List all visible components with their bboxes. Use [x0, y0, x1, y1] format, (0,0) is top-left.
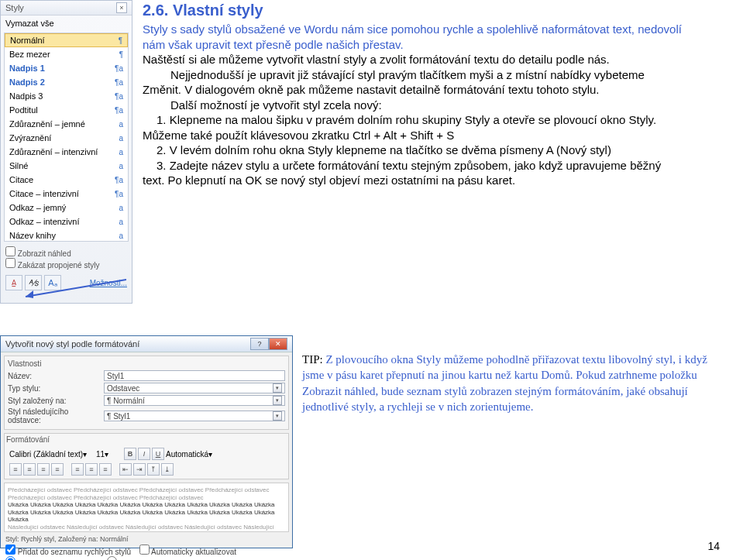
based-on-select[interactable]: ¶ Normální▾ [104, 395, 285, 406]
char-icon: a [119, 120, 123, 129]
page-number: 14 [707, 540, 720, 552]
type-select[interactable]: Odstavec▾ [104, 383, 285, 393]
options-link[interactable]: Možnosti... [90, 279, 127, 287]
style-item[interactable]: Normální¶ [5, 33, 128, 47]
align-justify-button[interactable]: ≡ [51, 463, 64, 476]
type-label: Typ stylu: [8, 384, 101, 393]
indent-decrease-button[interactable]: ⇤ [119, 463, 132, 476]
line-spacing-2-button[interactable]: ≡ [85, 463, 98, 476]
input-value: Styl1 [107, 372, 124, 380]
style-item[interactable]: Nadpis 3¶a [5, 89, 128, 103]
checkbox-label: Zakázat propojené styly [18, 261, 100, 270]
preview-next-text: Následující odstavec Následující odstave… [8, 524, 285, 532]
paragraph-icon: ¶a [115, 176, 123, 184]
style-item[interactable]: Podtitul¶a [5, 103, 128, 117]
inspector-icon: ⅍ [29, 278, 39, 288]
add-quick-checkbox[interactable]: Přidat do seznamu rychlých stylů [5, 545, 131, 556]
preview-pane: Předcházející odstavec Předcházející ods… [4, 483, 289, 532]
step: 1. Klepneme na malou šipku v pravém doln… [143, 112, 685, 143]
style-item[interactable]: Nadpis 2¶a [5, 75, 128, 89]
style-item[interactable]: Zdůraznění – intenzivnía [5, 145, 128, 159]
show-preview-checkbox[interactable]: Zobrazit náhled [5, 246, 127, 258]
char-icon: a [119, 148, 123, 156]
tip-paragraph: TIP: Z plovoucího okna Styly můžeme poho… [302, 352, 709, 414]
paragraph: Nejjednodušší je upravit již stávající s… [143, 67, 685, 98]
next-style-select[interactable]: ¶ Styl1▾ [104, 411, 285, 421]
paragraph: Další možností je vytvořit styl zcela no… [143, 98, 685, 113]
help-button[interactable]: ? [250, 338, 269, 350]
checkbox-label: Zobrazit náhled [18, 249, 71, 258]
doc-only-radio[interactable]: Jen v tomto dokumentu [5, 556, 98, 560]
style-item[interactable]: Název knihya [5, 228, 128, 242]
char-icon: a [119, 204, 123, 212]
select-value: Automatická [166, 450, 208, 459]
style-item[interactable]: Zdůraznění – jemnéa [5, 117, 128, 131]
align-right-button[interactable]: ≡ [37, 463, 50, 476]
font-size-select[interactable]: 11▾ [96, 450, 122, 459]
new-style-button[interactable]: A̲ [5, 275, 22, 290]
paragraph-icon: ¶a [115, 92, 123, 101]
disable-linked-checkbox[interactable]: Zakázat propojené styly [5, 258, 127, 270]
font-name-select[interactable]: Calibri (Základní text)▾ [9, 450, 95, 459]
style-label: Nadpis 2 [9, 77, 45, 87]
tip-lead: TIP: [302, 353, 323, 366]
name-label: Název: [8, 372, 101, 380]
italic-button[interactable]: I [138, 448, 150, 460]
styles-pane-checkboxes: Zobrazit náhled Zakázat propojené styly [1, 243, 132, 273]
checkbox-label: Automaticky aktualizovat [151, 548, 236, 556]
char-icon: a [119, 134, 123, 143]
space-after-button[interactable]: ⤓ [161, 463, 174, 476]
style-label: Odkaz – jemný [9, 203, 66, 212]
style-item[interactable]: Citace¶a [5, 173, 128, 187]
dialog-title: Vytvořit nový styl podle formátování [5, 339, 139, 349]
char-icon: a [119, 162, 123, 170]
indent-increase-button[interactable]: ⇥ [133, 463, 146, 476]
clear-all-link[interactable]: Vymazat vše [1, 15, 132, 31]
style-item[interactable]: Odkaz – intenzivnía [5, 215, 128, 228]
based-on-label: Styl založený na: [8, 397, 101, 405]
group-title: Vlastnosti [8, 359, 285, 368]
select-value: ¶ Normální [107, 397, 145, 405]
auto-update-checkbox[interactable]: Automaticky aktualizovat [139, 545, 236, 556]
main-body: 2.6. Vlastní styly Styly s sady stylů ob… [143, 0, 708, 188]
step: 3. Zadejte název stylu a určete formátov… [143, 158, 685, 188]
style-item[interactable]: Zvýrazněnía [5, 131, 128, 145]
style-label: Citace [9, 175, 33, 184]
space-before-button[interactable]: ⤒ [147, 463, 160, 476]
style-item[interactable]: Citace – intenzivní¶a [5, 187, 128, 201]
line-spacing-3-button[interactable]: ≡ [99, 463, 112, 476]
style-inspector-button[interactable]: ⅍ [25, 275, 42, 290]
close-button[interactable]: ✕ [269, 338, 287, 350]
paragraph-icon: ¶a [115, 78, 123, 87]
line-spacing-1-button[interactable]: ≡ [71, 463, 84, 476]
select-value: Calibri (Základní text) [9, 450, 83, 459]
preview-sample-text: Ukázka Ukázka Ukázka Ukázka Ukázka Ukázk… [8, 501, 285, 524]
checkbox-label: Přidat do seznamu rychlých stylů [18, 548, 131, 556]
style-label: Silné [9, 161, 28, 170]
style-item[interactable]: Nadpis 1¶a [5, 61, 128, 75]
bold-button[interactable]: B [124, 448, 136, 460]
style-item[interactable]: Bez mezer¶ [5, 47, 128, 61]
align-left-button[interactable]: ≡ [9, 463, 22, 476]
preview-prev-text: Předcházející odstavec Předcházející ods… [8, 486, 285, 501]
styles-pane-titlebar: Styly × [1, 1, 132, 15]
style-label: Zdůraznění – jemné [9, 119, 85, 129]
font-color-select[interactable]: Automatická▾ [166, 450, 228, 459]
style-item[interactable]: Odkaz – jemnýa [5, 201, 128, 215]
align-center-button[interactable]: ≡ [23, 463, 36, 476]
name-input[interactable]: Styl1 [104, 370, 285, 381]
close-icon[interactable]: × [116, 2, 127, 13]
char-icon: a [119, 232, 123, 240]
select-value: 11 [96, 450, 105, 459]
underline-button[interactable]: U [152, 448, 164, 460]
chevron-down-icon: ▾ [105, 450, 108, 459]
style-item[interactable]: Silnéa [5, 159, 128, 173]
paragraph-toolbar: ≡ ≡ ≡ ≡ ≡ ≡ ≡ ⇤ ⇥ ⤒ ⤓ [6, 462, 287, 477]
style-label: Zdůraznění – intenzivní [9, 147, 98, 156]
style-label: Bez mezer [9, 50, 50, 59]
window-buttons: ? ✕ [250, 338, 287, 350]
style-label: Zvýraznění [9, 133, 51, 143]
manage-styles-button[interactable]: Aₐ [44, 275, 61, 290]
template-radio[interactable]: Nové dokumenty založené na této šabloně [107, 556, 266, 560]
chevron-down-icon: ▾ [273, 411, 282, 421]
